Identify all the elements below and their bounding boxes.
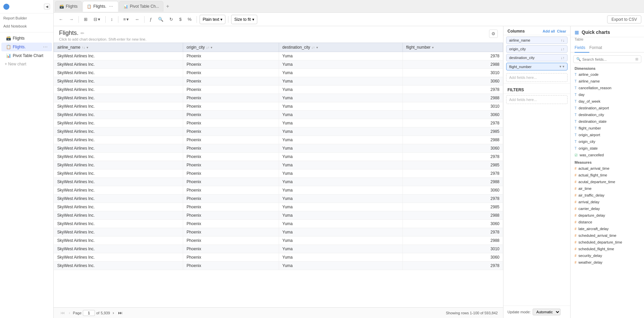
sidebar-item-report-builder[interactable]: Report Builder bbox=[0, 13, 53, 21]
sort-icon-origin-city[interactable]: ↓↑ bbox=[206, 46, 209, 49]
add-all-button[interactable]: Add all bbox=[543, 29, 555, 33]
field-item-arrival_delay[interactable]: # arrival_delay bbox=[571, 199, 644, 205]
field-item-scheduled_flight_time[interactable]: # scheduled_flight_time bbox=[571, 246, 644, 252]
field-item-destination_state[interactable]: T destination_state bbox=[571, 118, 644, 125]
field-item-destination_city[interactable]: T destination_city bbox=[571, 111, 644, 118]
field-item-origin_airport[interactable]: T origin_airport bbox=[571, 131, 644, 138]
field-item-air_time[interactable]: # air_time bbox=[571, 185, 644, 192]
sidebar-item-flights[interactable]: 🗃️ Flights bbox=[1, 34, 52, 42]
data-table-wrapper[interactable]: airline_name ↑↓ ▾ origin_city ↓↑ ▾ bbox=[54, 43, 503, 307]
table-row[interactable]: SkyWest Airlines Inc.PhoenixYuma3060 bbox=[54, 220, 503, 228]
currency-button[interactable]: $ bbox=[177, 15, 184, 23]
table-row[interactable]: SkyWest Airlines Inc.PhoenixYuma2988 bbox=[54, 236, 503, 245]
field-item-origin_city[interactable]: T origin_city bbox=[571, 138, 644, 145]
chart-settings-button[interactable]: ⚙ bbox=[489, 30, 498, 38]
chip-sort-icon[interactable]: ↑↓ bbox=[561, 38, 565, 42]
table-row[interactable]: SkyWest Airlines Inc.PhoenixYuma2988 bbox=[54, 136, 503, 144]
filter-icon-origin-city[interactable]: ▾ bbox=[211, 46, 212, 49]
table-row[interactable]: SkyWest Airlines Inc.PhoenixYuma2988 bbox=[54, 211, 503, 220]
formula-button[interactable]: ƒ bbox=[147, 15, 154, 23]
search-input[interactable] bbox=[582, 57, 634, 61]
table-row[interactable]: SkyWest Airlines Inc.PhoenixYuma3060 bbox=[54, 144, 503, 153]
field-item-scheduled_departure_time[interactable]: # scheduled_departure_time bbox=[571, 239, 644, 246]
plain-text-select[interactable]: Plain text ▾ bbox=[200, 15, 225, 24]
tab-new-button[interactable]: + bbox=[164, 3, 171, 9]
add-filters-placeholder[interactable]: Add fields here... bbox=[506, 95, 568, 104]
prev-page-button[interactable]: ‹ bbox=[67, 310, 71, 316]
chip-arrow-icon[interactable]: ▾ bbox=[562, 64, 565, 69]
table-row[interactable]: SkyWest Airlines Inc.PhoenixYuma2988 bbox=[54, 178, 503, 186]
field-item-day[interactable]: T day bbox=[571, 91, 644, 98]
tab-pivot[interactable]: 📊 Pivot Table Ch... bbox=[119, 1, 163, 12]
sort-icon-destination-city[interactable]: ↓↑ bbox=[312, 46, 315, 49]
sidebar-add-chart[interactable]: + New chart bbox=[0, 60, 53, 68]
field-item-was_cancelled[interactable]: ☑ was_cancelled bbox=[571, 152, 644, 158]
page-number-input[interactable] bbox=[83, 310, 95, 316]
table-row[interactable]: SkyWest Airlines Inc.PhoenixYuma2988 bbox=[54, 60, 503, 69]
filter-icon-flight-number[interactable]: ▾ bbox=[432, 46, 434, 49]
back-button[interactable]: ← bbox=[56, 15, 65, 23]
field-item-airline_code[interactable]: T airline_code bbox=[571, 71, 644, 78]
table-row[interactable]: SkyWest Airlines Inc.PhoenixYuma3060 bbox=[54, 253, 503, 262]
field-item-airline_name[interactable]: T airline_name bbox=[571, 78, 644, 85]
field-item-distance[interactable]: # distance bbox=[571, 219, 644, 225]
chip-sort-icon[interactable]: ▾ bbox=[559, 64, 561, 69]
col-header-airline-name[interactable]: airline_name ↑↓ ▾ bbox=[54, 43, 183, 52]
sidebar-item-add-notebook[interactable]: Add Notebook bbox=[0, 21, 53, 30]
field-item-scheduled_arrival_time[interactable]: # scheduled_arrival_time bbox=[571, 232, 644, 239]
column-chip-destination_city[interactable]: destination_city ↓↑ bbox=[506, 54, 568, 61]
percent-button[interactable]: % bbox=[185, 15, 194, 23]
field-item-late_aircraft_delay[interactable]: # late_aircraft_delay bbox=[571, 225, 644, 232]
table-row[interactable]: SkyWest Airlines Inc.PhoenixYuma3060 bbox=[54, 77, 503, 86]
field-item-destination_airport[interactable]: T destination_airport bbox=[571, 105, 644, 111]
chip-sort-icon[interactable]: ↓↑ bbox=[561, 47, 565, 51]
table-row[interactable]: SkyWest Airlines Inc.PhoenixYuma3010 bbox=[54, 69, 503, 77]
table-row[interactable]: SkyWest Airlines Inc.PhoenixYuma3010 bbox=[54, 102, 503, 111]
field-item-day_of_week[interactable]: T day_of_week bbox=[571, 98, 644, 105]
tab-format[interactable]: Format bbox=[589, 43, 606, 53]
field-item-actual_arrival_time[interactable]: # actual_arrival_time bbox=[571, 165, 644, 172]
filter-icon-airline-name[interactable]: ▾ bbox=[87, 46, 88, 49]
table-row[interactable]: SkyWest Airlines Inc.PhoenixYuma2978 bbox=[54, 195, 503, 203]
field-item-actual_flight_time[interactable]: # actual_flight_time bbox=[571, 172, 644, 178]
table-row[interactable]: SkyWest Airlines Inc.PhoenixYuma2985 bbox=[54, 203, 503, 211]
resize-button[interactable]: ↔ bbox=[132, 15, 142, 23]
last-page-button[interactable]: ⏭ bbox=[117, 310, 124, 316]
field-item-air_traffic_delay[interactable]: # air_traffic_delay bbox=[571, 192, 644, 199]
tab-flights-active[interactable]: 📋 Flights. ⋯ bbox=[83, 1, 118, 12]
sort-button[interactable]: ↕ bbox=[108, 15, 115, 23]
table-row[interactable]: SkyWest Airlines Inc.PhoenixYuma3060 bbox=[54, 186, 503, 195]
view-mode-button[interactable]: ⊟ ▾ bbox=[91, 15, 103, 23]
sidebar-item-flights-table[interactable]: 📋 Flights. ⋯ bbox=[1, 43, 52, 51]
field-item-cancellation_reason[interactable]: T cancellation_reason bbox=[571, 85, 644, 91]
field-item-weather_delay[interactable]: # weather_delay bbox=[571, 259, 644, 266]
column-chip-flight_number[interactable]: flight_number ▾ ▾ bbox=[506, 63, 568, 70]
forward-button[interactable]: → bbox=[67, 15, 76, 23]
first-page-button[interactable]: ⏮ bbox=[59, 310, 66, 316]
col-header-flight-number[interactable]: flight_number ▾ bbox=[402, 43, 503, 52]
field-item-origin_state[interactable]: T origin_state bbox=[571, 145, 644, 152]
table-row[interactable]: SkyWest Airlines Inc.PhoenixYuma2985 bbox=[54, 161, 503, 169]
filter-button[interactable]: 🔍 bbox=[156, 15, 166, 23]
chart-description[interactable]: Click to add chart description. Shift-en… bbox=[59, 37, 146, 41]
table-row[interactable]: SkyWest Airlines Inc.PhoenixYuma2985 bbox=[54, 127, 503, 136]
sidebar-item-more-button[interactable]: ⋯ bbox=[42, 44, 49, 50]
tab-fields[interactable]: Fields bbox=[575, 43, 589, 53]
table-row[interactable]: SkyWest Airlines Inc.PhoenixYuma2978 bbox=[54, 119, 503, 127]
view-toggle-button[interactable]: ⊞ bbox=[82, 15, 90, 23]
tab-flights[interactable]: 🗃️ Flights bbox=[55, 1, 82, 12]
field-item-departure_delay[interactable]: # departure_delay bbox=[571, 212, 644, 219]
tab-more-button[interactable]: ⋯ bbox=[108, 4, 114, 9]
sort-icon-airline-name[interactable]: ↑↓ bbox=[82, 46, 85, 49]
filter-icon-destination-city[interactable]: ▾ bbox=[316, 46, 318, 49]
export-csv-button[interactable]: Export to CSV bbox=[607, 15, 641, 23]
chart-edit-icon[interactable]: ✏ bbox=[80, 31, 85, 36]
chip-sort-icon[interactable]: ↓↑ bbox=[561, 56, 565, 60]
col-header-origin-city[interactable]: origin_city ↓↑ ▾ bbox=[183, 43, 279, 52]
field-item-flight_number[interactable]: T flight_number bbox=[571, 125, 644, 131]
table-row[interactable]: SkyWest Airlines Inc.PhoenixYuma3060 bbox=[54, 111, 503, 119]
table-row[interactable]: SkyWest Airlines Inc.PhoenixYuma2988 bbox=[54, 94, 503, 102]
table-row[interactable]: SkyWest Airlines Inc.PhoenixYuma2978 bbox=[54, 169, 503, 178]
table-row[interactable]: SkyWest Airlines Inc.PhoenixYuma2978 bbox=[54, 86, 503, 94]
update-mode-select[interactable]: Automatic Manual bbox=[533, 309, 560, 315]
